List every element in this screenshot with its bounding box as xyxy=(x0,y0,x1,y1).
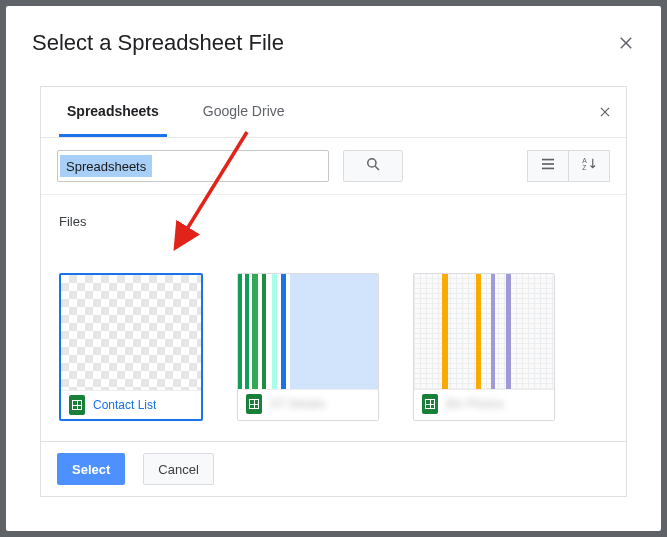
dialog-title: Select a Spreadsheet File xyxy=(32,30,284,56)
tab-spreadsheets[interactable]: Spreadsheets xyxy=(59,87,167,137)
list-icon xyxy=(539,155,557,177)
file-list: Files Contact List ST Details xyxy=(41,194,626,442)
view-toggle-group: A Z xyxy=(527,150,610,182)
svg-line-5 xyxy=(375,166,379,170)
tab-google-drive[interactable]: Google Drive xyxy=(195,87,293,137)
sort-button[interactable]: A Z xyxy=(569,150,610,182)
files-heading: Files xyxy=(59,214,608,229)
file-thumbnail xyxy=(61,275,201,390)
sort-az-icon: A Z xyxy=(580,155,598,177)
file-thumbnail xyxy=(414,274,554,389)
modal-surface: Select a Spreadsheet File Spreadsheets G… xyxy=(6,6,661,531)
svg-text:A: A xyxy=(582,157,587,164)
file-name: ST Details xyxy=(270,397,325,411)
tab-label: Google Drive xyxy=(203,103,285,119)
file-name: Contact List xyxy=(93,398,156,412)
tabs-close-icon[interactable] xyxy=(598,105,612,119)
list-view-button[interactable] xyxy=(527,150,569,182)
cancel-button[interactable]: Cancel xyxy=(143,453,213,485)
button-label: Cancel xyxy=(158,462,198,477)
search-button[interactable] xyxy=(343,150,403,182)
file-name: Bin Photos xyxy=(446,397,504,411)
svg-text:Z: Z xyxy=(582,164,586,171)
search-input[interactable]: Spreadsheets xyxy=(57,150,329,182)
dialog-footer: Select Cancel xyxy=(41,441,626,496)
file-picker: Spreadsheets Google Drive Spreadsheets xyxy=(40,86,627,497)
file-card-3[interactable]: Bin Photos xyxy=(413,273,555,421)
svg-rect-8 xyxy=(542,168,554,170)
tab-label: Spreadsheets xyxy=(67,103,159,119)
file-thumbnail xyxy=(238,274,378,389)
file-card-2[interactable]: ST Details xyxy=(237,273,379,421)
sheets-icon xyxy=(246,394,262,414)
select-button[interactable]: Select xyxy=(57,453,125,485)
search-value: Spreadsheets xyxy=(60,155,152,177)
svg-point-4 xyxy=(368,159,376,167)
button-label: Select xyxy=(72,462,110,477)
tabs: Spreadsheets Google Drive xyxy=(41,87,626,138)
sheets-icon xyxy=(69,395,85,415)
close-icon[interactable] xyxy=(617,34,635,52)
search-icon xyxy=(364,155,382,177)
file-list-scroll[interactable]: Files Contact List ST Details xyxy=(41,194,626,442)
svg-rect-7 xyxy=(542,163,554,165)
toolbar: Spreadsheets xyxy=(41,138,626,195)
file-card-contact-list[interactable]: Contact List xyxy=(59,273,203,421)
svg-rect-6 xyxy=(542,159,554,161)
sheets-icon xyxy=(422,394,438,414)
